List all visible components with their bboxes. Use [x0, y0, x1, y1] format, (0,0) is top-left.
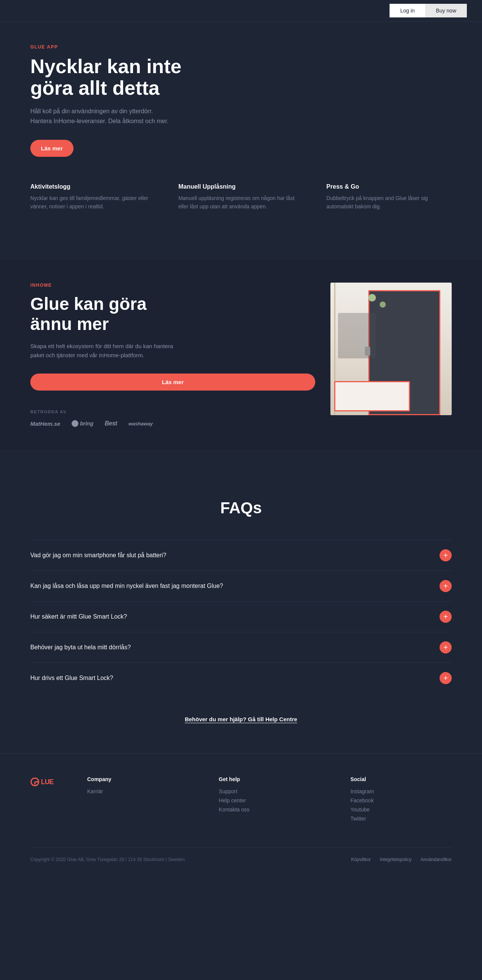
faq-expand-icon-2[interactable]: +: [439, 611, 452, 623]
footer-legal-integritet[interactable]: Integritetspolicy: [380, 857, 412, 862]
footer-col-company-title: Company: [87, 776, 188, 782]
glue-logo: LUE: [30, 776, 57, 790]
copyright-text: Copyright © 2020 Glue AB, Grev Turegatan…: [30, 857, 186, 862]
logo-washaway: washaway: [129, 421, 153, 426]
footer-link-instagram[interactable]: Instagram: [350, 788, 452, 794]
faqs-title: FAQs: [30, 499, 452, 517]
inhome-label: INHOME: [30, 283, 315, 288]
trusted-section: BETRODDA AV MatHem.se bring Best washawa…: [30, 409, 315, 427]
header-buttons: Log in Buy now: [390, 4, 467, 18]
feature-desc-2: Dubbeltryck på knappen and Glue låser si…: [326, 194, 452, 211]
inhome-title: Glue kan göra ännu mer: [30, 294, 174, 334]
footer-col-help-title: Get help: [219, 776, 320, 782]
feature-title-1: Manuell Upplåsning: [178, 183, 304, 190]
glue-app-section: GLUE APP Nycklar kan inte göra allt dett…: [0, 22, 482, 241]
logo-best: Best: [105, 420, 117, 427]
section-divider-1: [0, 241, 482, 252]
faq-item-0[interactable]: Vad gör jag om min smartphone får slut p…: [30, 540, 452, 571]
cabinet-visual: [334, 381, 410, 411]
glue-logo-svg: LUE: [30, 776, 57, 788]
footer-link-twitter[interactable]: Twitter: [350, 816, 452, 822]
feature-title-2: Press & Go: [326, 183, 452, 190]
logo-bring: bring: [72, 420, 93, 427]
footer-col-social-title: Social: [350, 776, 452, 782]
help-center-link-area: Behöver du mer hjälp? Gå till Help Centr…: [30, 716, 452, 730]
inhome-subtitle: Skapa ett helt ekosystem för ditt hem dä…: [30, 342, 174, 360]
inhome-content: INHOME Glue kan göra ännu mer Skapa ett …: [30, 283, 331, 427]
faq-question-2: Hur säkert är mitt Glue Smart Lock?: [30, 613, 127, 620]
footer-link-kontakta[interactable]: Kontakta oss: [219, 807, 320, 813]
features-row: Aktivitetslogg Nycklar kan ges till fami…: [30, 183, 452, 211]
section-divider-2: [0, 457, 482, 469]
hero-title: Nycklar kan inte göra allt detta: [30, 56, 220, 99]
faq-item-2[interactable]: Hur säkert är mitt Glue Smart Lock? +: [30, 601, 452, 632]
footer-link-helpcenter[interactable]: Help center: [219, 797, 320, 803]
logo-mathem: MatHem.se: [30, 420, 60, 427]
inhome-cta-button[interactable]: Läs mer: [30, 374, 315, 391]
feature-item-manuell: Manuell Upplåsning Manuell uppläsning re…: [178, 183, 304, 211]
footer-col-social: Social Instagram Facebook Youtube Twitte…: [350, 776, 452, 825]
faq-question-4: Hur drivs ett Glue Smart Lock?: [30, 675, 113, 681]
faq-item-4[interactable]: Hur drivs ett Glue Smart Lock? +: [30, 663, 452, 693]
footer-legal-links: Köpvillkor Integritetspolicy Användarvil…: [351, 857, 452, 862]
bring-circle-icon: [72, 420, 78, 427]
feature-title-0: Aktivitetslogg: [30, 183, 156, 190]
footer-col-company: Company Karriär: [87, 776, 188, 825]
svg-text:LUE: LUE: [41, 778, 54, 786]
glue-app-label: GLUE APP: [30, 45, 452, 49]
faq-question-1: Kan jag låsa och låsa upp med min nyckel…: [30, 582, 223, 589]
faq-question-0: Vad gör jag om min smartphone får slut p…: [30, 552, 166, 559]
footer-link-karriar[interactable]: Karriär: [87, 788, 188, 794]
faq-expand-icon-3[interactable]: +: [439, 641, 452, 654]
header: Log in Buy now: [0, 0, 482, 22]
door-visual: [331, 283, 452, 415]
inhome-door-image: [331, 283, 452, 415]
hero-subtitle: Håll koll på din användningen av din ytt…: [30, 107, 189, 126]
faq-expand-icon-0[interactable]: +: [439, 549, 452, 562]
faq-item-1[interactable]: Kan jag låsa och låsa upp med min nyckel…: [30, 571, 452, 601]
footer-col-help: Get help Support Help center Kontakta os…: [219, 776, 320, 825]
faq-expand-icon-4[interactable]: +: [439, 672, 452, 684]
footer: LUE Company Karriär Get help Support Hel…: [0, 753, 482, 877]
footer-top: LUE Company Karriär Get help Support Hel…: [30, 776, 452, 825]
faq-expand-icon-1[interactable]: +: [439, 580, 452, 592]
footer-legal-kopvillkor[interactable]: Köpvillkor: [351, 857, 371, 862]
trusted-label: BETRODDA AV: [30, 409, 315, 414]
footer-link-facebook[interactable]: Facebook: [350, 797, 452, 803]
faq-item-3[interactable]: Behöver jag byta ut hela mitt dörrlås? +: [30, 632, 452, 663]
buy-button[interactable]: Buy now: [425, 4, 467, 18]
glue-app-cta-button[interactable]: Läs mer: [30, 140, 73, 157]
feature-item-aktivitetslogg: Aktivitetslogg Nycklar kan ges till fami…: [30, 183, 156, 211]
trusted-logos: MatHem.se bring Best washaway: [30, 420, 315, 427]
help-center-link[interactable]: Behöver du mer hjälp? Gå till Help Centr…: [185, 716, 297, 722]
footer-legal-anvandar[interactable]: Användarvillkor: [421, 857, 452, 862]
faqs-section: FAQs Vad gör jag om min smartphone får s…: [0, 469, 482, 753]
footer-logo-area: LUE: [30, 776, 57, 825]
faq-question-3: Behöver jag byta ut hela mitt dörrlås?: [30, 644, 131, 651]
footer-bottom: Copyright © 2020 Glue AB, Grev Turegatan…: [30, 847, 452, 862]
footer-link-support[interactable]: Support: [219, 788, 320, 794]
feature-desc-1: Manuell uppläsning registreras om någon …: [178, 194, 304, 211]
footer-link-youtube[interactable]: Youtube: [350, 807, 452, 813]
coat-area: [338, 313, 376, 358]
login-button[interactable]: Log in: [390, 4, 425, 18]
feature-desc-0: Nycklar kan ges till familjemedlemmar, g…: [30, 194, 156, 211]
inhome-section: INHOME Glue kan göra ännu mer Skapa ett …: [0, 260, 482, 450]
feature-item-press-go: Press & Go Dubbeltryck på knappen and Gl…: [326, 183, 452, 211]
